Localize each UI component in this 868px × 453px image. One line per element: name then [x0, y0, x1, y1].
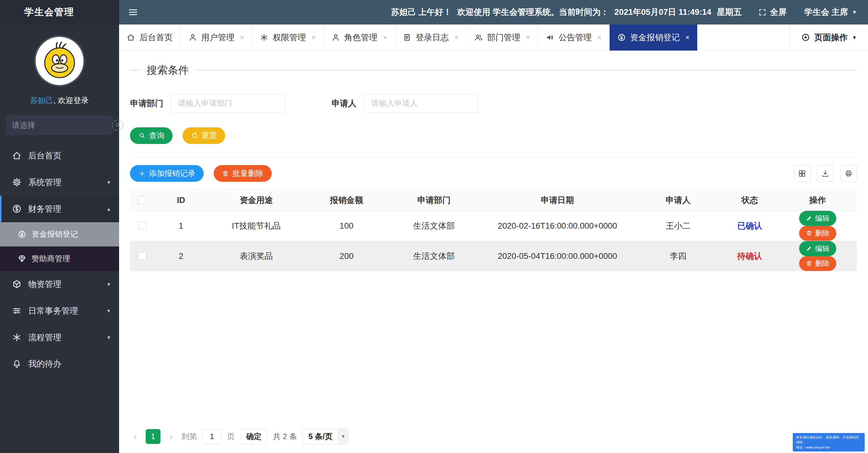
chevron-down-icon: ▾	[107, 281, 110, 288]
status-badge: 待确认	[738, 251, 762, 261]
asterisk-icon	[12, 333, 22, 342]
row-checkbox[interactable]	[138, 252, 146, 260]
tab-departments[interactable]: 部门管理 ×	[467, 25, 538, 51]
export-button[interactable]	[817, 165, 834, 182]
columns-grid-button[interactable]	[794, 165, 811, 182]
applicant-field-label: 申请人	[332, 98, 356, 109]
search-form: 申请部门 申请人	[130, 94, 857, 113]
edit-label: 编辑	[815, 244, 830, 253]
sidebar-item-system[interactable]: 系统管理 ▾	[0, 169, 119, 195]
sidebar-item-home[interactable]: 后台首页	[0, 143, 119, 169]
sidebar-item-materials[interactable]: 物资管理 ▾	[0, 271, 119, 298]
tab-label: 部门管理	[487, 32, 521, 43]
finance-submenu: 资金报销登记 赞助商管理	[0, 222, 119, 271]
app-window: 学生会管理 苏妲己, 欢迎登录 后台首页	[0, 0, 868, 453]
content-panel: 搜索条件 申请部门 申请人 查询 重置	[119, 51, 868, 453]
row-checkbox[interactable]	[138, 222, 146, 230]
reset-button[interactable]: 重置	[183, 127, 225, 144]
batch-delete-button[interactable]: 批量删除	[214, 165, 272, 182]
dept-input[interactable]	[171, 94, 285, 113]
export-icon	[821, 169, 829, 178]
login-welcome: 苏妲己, 欢迎登录	[0, 95, 119, 106]
sidebar-subitem-expense-registration[interactable]: 资金报销登记	[0, 222, 119, 247]
page-operations-dropdown[interactable]: 页面操作 ▼	[790, 25, 868, 51]
yen-circle-icon	[617, 33, 626, 41]
per-page-value: 5 条/页	[303, 431, 338, 442]
add-record-label: 添加报销记录	[149, 168, 195, 179]
tab-permissions[interactable]: 权限管理 ×	[252, 25, 324, 51]
close-icon[interactable]: ×	[454, 33, 459, 42]
chevron-down-icon: ▼	[852, 9, 857, 15]
tab-expense-registration[interactable]: 资金报销登记 ×	[610, 25, 698, 51]
chevron-right-icon[interactable]: ›	[166, 431, 176, 442]
tab-label: 后台首页	[140, 32, 173, 43]
home-icon	[127, 33, 135, 41]
sidebar-menu-search	[7, 116, 113, 134]
sidebar-item-finance[interactable]: 财务管理 ▴	[0, 195, 119, 222]
close-icon[interactable]: ×	[240, 33, 244, 42]
select-all-checkbox[interactable]	[138, 196, 146, 204]
close-icon[interactable]: ×	[526, 33, 530, 42]
tab-roles[interactable]: 角色管理 ×	[324, 25, 395, 51]
fullscreen-icon	[758, 8, 767, 16]
chevron-down-icon: ▾	[107, 334, 110, 341]
watermark-badge: 所有项目保证运行，更多源码，尽在源码空间站， 地址：www.shuyue.fun	[793, 433, 865, 451]
edit-button[interactable]: 编辑	[799, 211, 836, 225]
page-number-current[interactable]: 1	[146, 429, 160, 444]
add-record-button[interactable]: 添加报销记录	[130, 165, 204, 182]
query-button[interactable]: 查询	[130, 127, 173, 144]
asterisk-icon	[260, 33, 268, 41]
box-icon	[12, 279, 22, 289]
cell-id: 2	[154, 241, 208, 271]
delete-label: 删除	[815, 228, 830, 238]
app-title: 学生会管理	[0, 0, 119, 25]
sidebar: 学生会管理 苏妲己, 欢迎登录 后台首页	[0, 0, 119, 453]
menu-label: 物资管理	[28, 279, 61, 290]
delete-button[interactable]: 删除	[799, 226, 836, 241]
cell-date: 2020-05-04T16:00:00.000+0000	[480, 241, 635, 271]
batch-delete-label: 批量删除	[232, 168, 264, 179]
cell-dept: 生活文体部	[388, 241, 480, 271]
close-icon[interactable]: ×	[597, 33, 601, 42]
hamburger-menu-icon[interactable]	[128, 7, 138, 18]
dept-field-group: 申请部门	[130, 94, 285, 113]
tab-home[interactable]: 后台首页	[119, 25, 181, 51]
applicant-input[interactable]	[364, 94, 478, 113]
sidebar-item-workflow[interactable]: 流程管理 ▾	[0, 324, 119, 351]
sidebar-subitem-sponsors[interactable]: 赞助商管理	[0, 246, 119, 271]
print-icon	[844, 169, 852, 178]
column-header-actions: 操作	[778, 190, 857, 211]
sidebar-search-input[interactable]	[12, 121, 112, 130]
page-jump-input[interactable]	[203, 429, 221, 444]
pencil-icon	[806, 215, 812, 222]
close-icon[interactable]: ×	[311, 33, 315, 42]
per-page-select[interactable]: 5 条/页 ▼	[303, 429, 348, 444]
tab-login-logs[interactable]: 登录日志 ×	[395, 25, 466, 51]
cell-date: 2020-02-16T16:00:00.000+0000	[480, 211, 635, 241]
sidebar-item-daily-affairs[interactable]: 日常事务管理 ▾	[0, 298, 119, 324]
cell-amount: 200	[305, 241, 388, 271]
chevron-left-icon[interactable]: ‹	[130, 431, 140, 442]
topbar-info: 苏妲己 上午好！ 欢迎使用 学生会管理系统。当前时间为： 2021年05月07日…	[391, 7, 742, 18]
gear-icon	[12, 178, 22, 187]
users-icon	[474, 33, 483, 41]
edit-button[interactable]: 编辑	[799, 241, 836, 256]
print-button[interactable]	[840, 165, 857, 182]
close-icon[interactable]: ×	[685, 33, 690, 42]
delete-button[interactable]: 删除	[799, 256, 836, 271]
tab-label: 登录日志	[415, 32, 449, 43]
tab-users[interactable]: 用户管理 ×	[181, 25, 252, 51]
column-header-dept: 申请部门	[388, 190, 480, 211]
tab-announcements[interactable]: 公告管理 ×	[538, 25, 609, 51]
close-icon[interactable]: ×	[383, 33, 387, 42]
grid-icon	[798, 169, 806, 178]
table-row: 2 表演奖品 200 生活文体部 2020-05-04T16:00:00.000…	[130, 241, 857, 271]
sidebar-item-todos[interactable]: 我的待办	[0, 351, 119, 377]
weekday-text: 星期五	[717, 7, 742, 18]
menu-label: 后台首页	[28, 150, 61, 161]
fullscreen-button[interactable]: 全屏	[758, 7, 786, 18]
header-checkbox-cell	[130, 190, 154, 211]
user-role-dropdown[interactable]: 学生会 主席 ▼	[804, 7, 857, 18]
sidebar-menu: 后台首页 系统管理 ▾ 财务管理 ▴ 资金报销登记 赞助商管理	[0, 143, 119, 453]
confirm-page-button[interactable]: 确定	[240, 429, 268, 444]
